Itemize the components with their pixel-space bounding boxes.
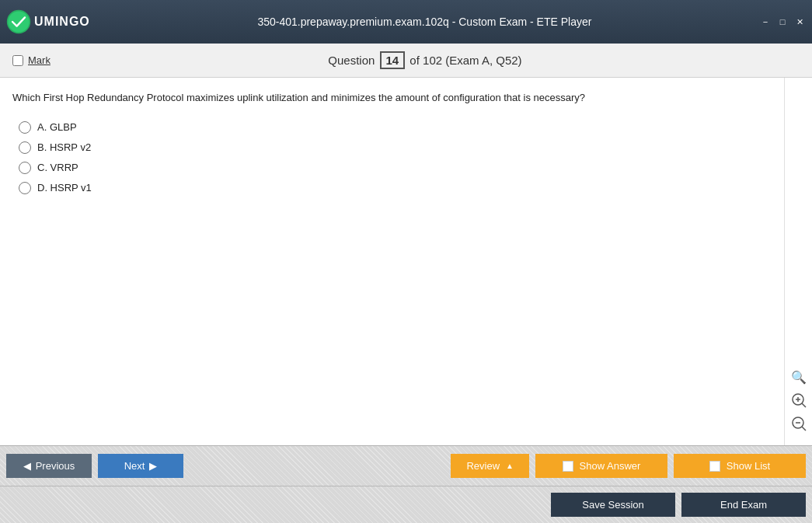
review-label: Review [466,460,500,472]
answer-label-a: A. GLBP [37,121,77,133]
review-button[interactable]: Review ▲ [451,454,529,478]
show-list-button[interactable]: Show List [674,454,806,478]
logo-text: UMINGO [34,15,90,29]
answer-options: A. GLBP B. HSRP v2 C. VRRP D. HSRP v1 [19,121,772,194]
zoom-in-icon[interactable] [789,391,808,410]
right-sidebar: 🔍 [784,78,812,445]
bottom-nav-bar: ◀ Previous Next ▶ Review ▲ Show Answer S… [0,445,812,486]
title-bar: UMINGO 350-401.prepaway.premium.exam.102… [0,0,812,44]
question-header: Mark Question 14 of 102 (Exam A, Q52) [0,44,812,78]
answer-option-a[interactable]: A. GLBP [19,121,772,134]
show-answer-button[interactable]: Show Answer [535,454,667,478]
mark-checkbox[interactable]: Mark [12,54,51,66]
title-bar-left: UMINGO [6,9,90,34]
next-label: Next [124,460,145,472]
logo: UMINGO [6,9,90,34]
prev-arrow-icon: ◀ [23,460,31,472]
question-number-badge: 14 [380,51,406,69]
question-label: Question [328,54,375,67]
previous-label: Previous [36,460,75,472]
next-button[interactable]: Next ▶ [98,454,183,478]
search-icon[interactable]: 🔍 [789,368,808,386]
show-list-checkbox-icon [709,461,720,472]
answer-label-b: B. HSRP v2 [37,141,91,153]
minimize-button[interactable]: − [759,16,772,28]
title-bar-controls: − □ ✕ [759,16,806,28]
mark-label: Mark [28,54,51,66]
show-list-label: Show List [727,460,770,472]
show-answer-checkbox-icon [563,461,573,472]
answer-label-d: D. HSRP v1 [37,182,92,194]
logo-icon [6,9,31,34]
close-button[interactable]: ✕ [793,16,806,28]
question-info: Question 14 of 102 (Exam A, Q52) [51,51,800,69]
bottom-action-bar: Save Session End Exam [0,486,812,523]
answer-option-c[interactable]: C. VRRP [19,162,772,174]
title-bar-title: 350-401.prepaway.premium.exam.102q - Cus… [90,16,759,28]
svg-line-6 [802,427,806,431]
svg-line-2 [802,403,806,407]
end-exam-button[interactable]: End Exam [681,493,806,517]
save-session-button[interactable]: Save Session [551,493,675,517]
answer-option-d[interactable]: D. HSRP v1 [19,182,772,194]
show-answer-label: Show Answer [580,460,641,472]
question-total: of 102 (Exam A, Q52) [409,54,521,67]
radio-b[interactable] [19,141,31,154]
main-content: Which First Hop Redundancy Protocol maxi… [0,78,812,445]
mark-checkbox-input[interactable] [12,55,23,66]
answer-label-c: C. VRRP [37,162,78,173]
question-text: Which First Hop Redundancy Protocol maxi… [12,90,772,106]
answer-option-b[interactable]: B. HSRP v2 [19,141,772,154]
maximize-button[interactable]: □ [776,16,789,28]
svg-point-0 [8,11,30,33]
review-arrow-icon: ▲ [506,462,514,470]
radio-c[interactable] [19,162,31,174]
question-area: Which First Hop Redundancy Protocol maxi… [0,78,784,445]
zoom-out-icon[interactable] [789,414,808,433]
radio-d[interactable] [19,182,31,194]
radio-a[interactable] [19,121,31,134]
next-arrow-icon: ▶ [149,460,157,472]
previous-button[interactable]: ◀ Previous [6,454,92,478]
